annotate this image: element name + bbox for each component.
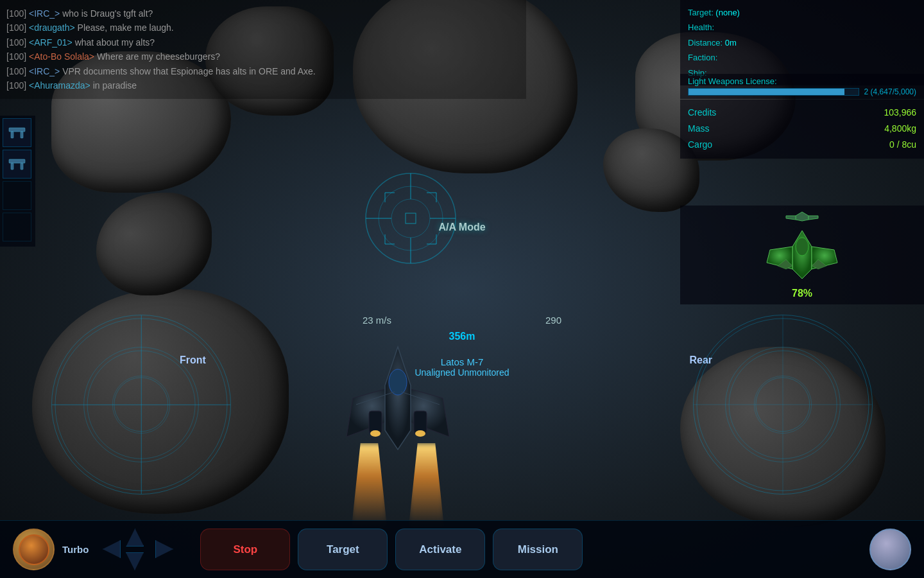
asteroid (680, 347, 886, 527)
dpad-up-button[interactable] (126, 529, 144, 547)
dpad-down-button[interactable] (126, 552, 144, 570)
game-viewport (0, 0, 924, 578)
mission-button[interactable]: Mission (493, 529, 583, 570)
dpad-control (96, 529, 180, 570)
secondary-action-button[interactable] (869, 529, 911, 570)
asteroid (96, 193, 212, 295)
asteroid (51, 51, 231, 193)
asteroid (353, 0, 578, 173)
asteroid (32, 289, 289, 514)
dpad-right-button[interactable] (155, 540, 173, 558)
dpad-left-button[interactable] (103, 540, 121, 558)
target-button[interactable]: Target (298, 529, 388, 570)
activate-button[interactable]: Activate (395, 529, 485, 570)
asteroid (603, 128, 699, 212)
turbo-label: Turbo (62, 544, 89, 555)
control-bar: Turbo Stop Target Activate Mission (0, 520, 924, 578)
stop-button[interactable]: Stop (200, 529, 290, 570)
turbo-button[interactable] (13, 529, 55, 570)
